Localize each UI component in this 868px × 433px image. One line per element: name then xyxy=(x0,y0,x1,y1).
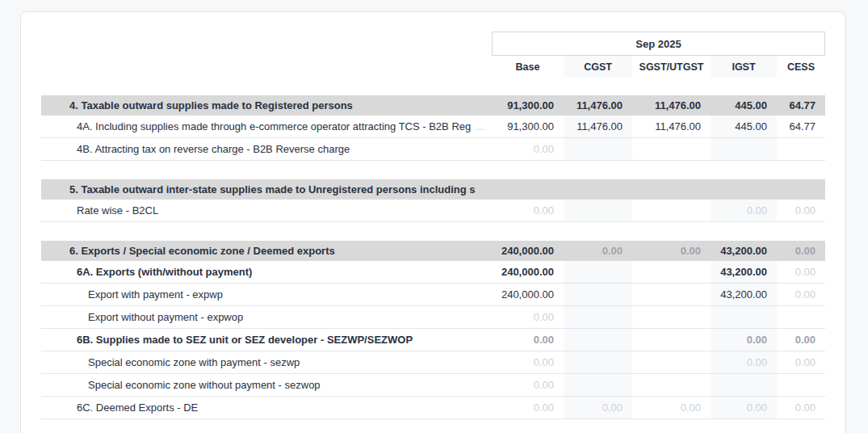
row-label: Special economic zone without payment - … xyxy=(41,374,492,396)
cell-igst: 43,200.00 xyxy=(711,241,777,261)
report-row[interactable]: Special economic zone with payment - sez… xyxy=(41,351,825,374)
report-section: 4. Taxable outward supplies made to Regi… xyxy=(41,95,825,161)
column-header-igst: IGST xyxy=(711,56,777,78)
report-table-body: 4. Taxable outward supplies made to Regi… xyxy=(41,95,825,419)
cell-cgst xyxy=(564,351,632,373)
column-header-base: Base xyxy=(492,56,564,78)
cell-base: 0.00 xyxy=(492,374,564,396)
truncation-ellipsis-icon: … xyxy=(475,121,484,132)
cell-cgst xyxy=(564,261,632,283)
cell-base: 0.00 xyxy=(492,329,564,351)
cell-igst xyxy=(711,179,777,200)
cell-igst: 0.00 xyxy=(711,351,777,373)
report-section: 6. Exports / Special economic zone / Dee… xyxy=(41,241,825,419)
cell-cess: 64.77 xyxy=(777,95,825,116)
section-header-row[interactable]: 5. Taxable outward inter-state supplies … xyxy=(41,179,825,200)
cell-base: 0.00 xyxy=(492,138,564,160)
cell-sgst-utgst xyxy=(632,374,711,396)
row-label-text: 6. Exports / Special economic zone / Dee… xyxy=(69,245,335,257)
cell-cess xyxy=(777,179,825,200)
cell-cgst xyxy=(564,284,632,305)
cell-igst xyxy=(711,306,777,328)
cell-igst: 445.00 xyxy=(711,116,777,137)
column-header-cess: CESS xyxy=(777,56,825,78)
row-label-text: 6B. Supplies made to SEZ unit or SEZ dev… xyxy=(77,334,413,346)
cell-cgst xyxy=(564,179,632,200)
row-label-text: 4. Taxable outward supplies made to Regi… xyxy=(69,99,353,111)
cell-cess: 0.00 xyxy=(777,397,825,418)
cell-base: 91,300.00 xyxy=(492,116,564,137)
cell-sgst-utgst xyxy=(632,261,711,283)
cell-sgst-utgst: 0.00 xyxy=(632,397,711,418)
row-label: 4A. Including supplies made through e-co… xyxy=(41,116,492,137)
cell-sgst-utgst xyxy=(632,329,711,351)
column-header-row: Base CGST SGST/UTGST IGST CESS xyxy=(41,56,825,78)
report-row[interactable]: Export with payment - expwp240,000.0043,… xyxy=(41,284,825,306)
column-header-spacer xyxy=(41,56,492,78)
report-card: Sep 2025 Base CGST SGST/UTGST IGST CESS … xyxy=(20,11,846,433)
cell-sgst-utgst xyxy=(632,179,711,200)
cell-sgst-utgst: 11,476.00 xyxy=(632,95,711,116)
row-label-text: 6A. Exports (with/without payment) xyxy=(77,266,252,278)
cell-sgst-utgst xyxy=(632,306,711,328)
page-background: { "report": { "period": "Sep 2025", "tru… xyxy=(0,0,868,433)
report-row[interactable]: Special economic zone without payment - … xyxy=(41,374,825,397)
row-label-text: 4B. Attracting tax on reverse charge - B… xyxy=(77,143,350,155)
cell-cess: 64.77 xyxy=(777,116,825,137)
report-row[interactable]: Export without payment - expwop0.00 xyxy=(41,306,825,329)
cell-cess: 0.00 xyxy=(777,284,825,305)
report-row[interactable]: 4A. Including supplies made through e-co… xyxy=(41,116,825,138)
cell-base: 0.00 xyxy=(492,351,564,373)
section-header-row[interactable]: 4. Taxable outward supplies made to Regi… xyxy=(41,95,825,116)
cell-sgst-utgst xyxy=(632,200,711,221)
column-header-cgst: CGST xyxy=(564,56,632,78)
cell-igst xyxy=(711,138,777,160)
row-label-text: Export without payment - expwop xyxy=(88,311,243,323)
cell-igst: 0.00 xyxy=(711,329,777,351)
report-row[interactable]: 6A. Exports (with/without payment)240,00… xyxy=(41,261,825,284)
row-label: 4. Taxable outward supplies made to Regi… xyxy=(41,95,492,116)
section-header-row[interactable]: 6. Exports / Special economic zone / Dee… xyxy=(41,241,825,261)
report-row[interactable]: Rate wise - B2CL0.000.000.00 xyxy=(41,200,825,222)
cell-igst: 445.00 xyxy=(711,95,777,116)
row-label: 4B. Attracting tax on reverse charge - B… xyxy=(41,138,492,160)
row-label-text: 6C. Deemed Exports - DE xyxy=(77,401,198,414)
cell-base: 0.00 xyxy=(492,306,564,328)
cell-base: 240,000.00 xyxy=(492,241,564,261)
cell-cgst: 0.00 xyxy=(564,241,632,261)
row-label: 6C. Deemed Exports - DE xyxy=(41,397,492,418)
row-label: Rate wise - B2CL xyxy=(41,200,492,221)
cell-sgst-utgst xyxy=(632,138,711,160)
cell-cgst xyxy=(564,306,632,328)
cell-cess: 0.00 xyxy=(777,241,825,261)
cell-base: 0.00 xyxy=(492,200,564,221)
cell-cess: 0.00 xyxy=(777,261,825,283)
row-label: Export without payment - expwop xyxy=(41,306,492,328)
cell-sgst-utgst: 11,476.00 xyxy=(632,116,711,137)
cell-igst: 0.00 xyxy=(711,200,777,221)
row-label: 6A. Exports (with/without payment) xyxy=(41,261,492,283)
report-row[interactable]: 6C. Deemed Exports - DE0.000.000.000.000… xyxy=(41,397,825,419)
report-row[interactable]: 6B. Supplies made to SEZ unit or SEZ dev… xyxy=(41,329,825,351)
cell-cgst xyxy=(564,138,632,160)
cell-cess xyxy=(777,374,825,396)
cell-base xyxy=(492,179,564,200)
cell-cess xyxy=(777,138,825,160)
cell-sgst-utgst: 0.00 xyxy=(632,241,711,261)
cell-cess xyxy=(777,306,825,328)
cell-sgst-utgst xyxy=(632,351,711,373)
row-label: 6. Exports / Special economic zone / Dee… xyxy=(41,241,492,261)
cell-cess: 0.00 xyxy=(777,329,825,351)
cell-cgst: 0.00 xyxy=(564,397,632,418)
cell-sgst-utgst xyxy=(632,284,711,305)
cell-cess: 0.00 xyxy=(777,351,825,373)
row-label: Export with payment - expwp xyxy=(41,284,492,305)
report-row[interactable]: 4B. Attracting tax on reverse charge - B… xyxy=(41,138,825,161)
report-section: 5. Taxable outward inter-state supplies … xyxy=(41,179,825,222)
cell-cgst: 11,476.00 xyxy=(564,95,632,116)
period-header: Sep 2025 xyxy=(492,32,825,56)
row-label-text: 5. Taxable outward inter-state supplies … xyxy=(69,183,476,195)
period-label: Sep 2025 xyxy=(635,38,681,50)
row-label-text: Special economic zone without payment - … xyxy=(88,379,321,391)
cell-cgst: 11,476.00 xyxy=(564,116,632,137)
